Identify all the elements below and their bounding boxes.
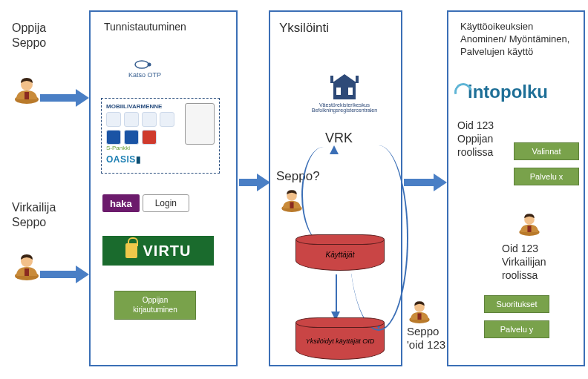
bank-auth-box: MOBIILIVARMENNE S-Pankki OASIS▮ bbox=[101, 98, 220, 174]
panel-ident-title: Yksilöinti bbox=[279, 21, 329, 36]
role-official-label: Oid 123 Virkailijan roolissa bbox=[502, 242, 546, 283]
arrowhead-icon bbox=[330, 145, 339, 154]
svg-rect-10 bbox=[356, 76, 359, 83]
panel-rights bbox=[447, 10, 585, 366]
login-button[interactable]: Login bbox=[143, 194, 189, 212]
panel-auth-title: Tunnistautuminen bbox=[104, 21, 186, 33]
panel-rights-title: Käyttöoikeuksien Anominen/ Myöntäminen, … bbox=[460, 21, 579, 59]
service-palvelu-y-button[interactable]: Palvelu y bbox=[484, 320, 549, 338]
person-icon bbox=[517, 211, 542, 236]
service-valinnat-button[interactable]: Valinnat bbox=[514, 142, 579, 160]
service-palvelu-x-button[interactable]: Palvelu x bbox=[514, 168, 579, 185]
katso-otp-logo: Katso OTP bbox=[111, 59, 178, 79]
svg-point-4 bbox=[148, 63, 151, 67]
seppo-oid-label: Seppo 'oid 123 bbox=[407, 325, 445, 352]
person-icon bbox=[12, 251, 42, 280]
haka-badge: haka bbox=[102, 194, 140, 212]
person-icon bbox=[407, 298, 432, 323]
svg-rect-6 bbox=[336, 88, 341, 95]
flow-arrow bbox=[301, 147, 346, 243]
swirl-icon bbox=[454, 83, 472, 101]
svg-rect-9 bbox=[330, 76, 333, 83]
flow-arrow bbox=[336, 274, 337, 316]
haka-login-row[interactable]: haka Login bbox=[102, 194, 189, 212]
service-suoritukset-button[interactable]: Suoritukset bbox=[484, 295, 549, 313]
person-icon bbox=[279, 187, 304, 212]
role-learner-label: Oid 123 Oppijan roolissa bbox=[457, 119, 494, 159]
svg-point-3 bbox=[135, 61, 148, 68]
lock-icon bbox=[125, 243, 137, 258]
opintopolku-logo: intopolku bbox=[454, 82, 548, 102]
vrk-logo: Väestörekisterikeskus Befolkningsregiste… bbox=[307, 71, 382, 113]
db-identified-users: Yksilöidyt käyttäjät OID bbox=[295, 317, 385, 360]
actor-learner-label: Oppija Seppo bbox=[12, 21, 46, 50]
vrk-label: VRK bbox=[325, 131, 353, 146]
actor-official-label: Virkailija Seppo bbox=[12, 200, 56, 230]
person-icon bbox=[12, 74, 42, 104]
virtu-button[interactable]: VIRTU bbox=[102, 236, 214, 266]
svg-rect-7 bbox=[348, 88, 353, 95]
learner-login-button[interactable]: Oppijan kirjautuminen bbox=[114, 291, 196, 320]
svg-marker-8 bbox=[332, 74, 357, 83]
